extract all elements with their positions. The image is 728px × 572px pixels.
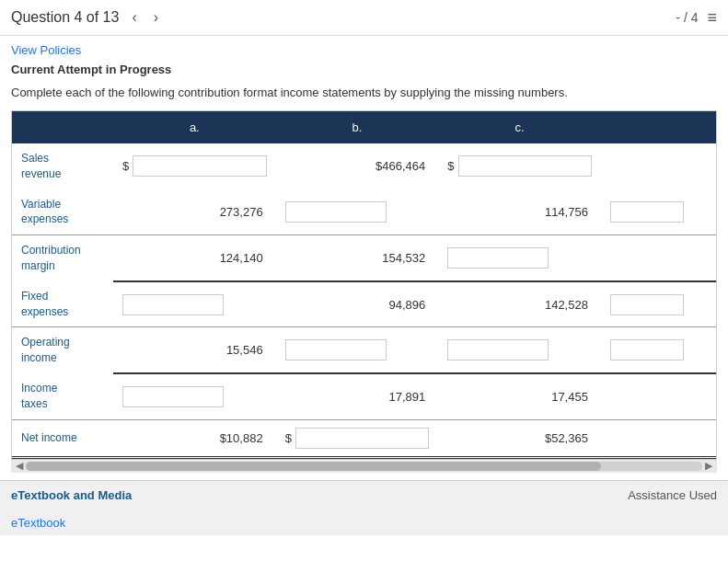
cell-b-fixed: 94,896 xyxy=(276,281,439,327)
cell-a-fixed xyxy=(113,281,276,327)
col-header-label xyxy=(12,111,113,143)
cell-d-variable xyxy=(601,189,716,235)
cell-c-taxes: 17,455 xyxy=(438,373,601,419)
col-header-a: a. xyxy=(113,111,276,143)
cell-d-operating xyxy=(601,327,716,373)
score-label: - / 4 xyxy=(676,10,698,25)
cell-b-operating xyxy=(276,327,439,373)
page-header: Question 4 of 13 ‹ › - / 4 ≡ xyxy=(0,0,728,36)
header-right: - / 4 ≡ xyxy=(676,8,717,28)
cell-a-taxes xyxy=(113,373,276,419)
scroll-left-arrow[interactable]: ◀ xyxy=(13,460,26,472)
cell-d-taxes xyxy=(601,373,716,419)
cell-b-variable xyxy=(276,189,439,235)
col-header-c: c. xyxy=(438,111,601,143)
value-c-variable: 114,756 xyxy=(447,205,592,219)
view-policies-link[interactable]: View Policies xyxy=(11,43,717,57)
cell-d-fixed xyxy=(601,281,716,327)
table-row: Incometaxes 17,891 17,455 xyxy=(12,373,716,419)
input-c-sales[interactable] xyxy=(458,155,592,177)
scroll-right-arrow[interactable]: ▶ xyxy=(702,460,715,472)
cell-d-net xyxy=(601,419,716,457)
input-d-operating[interactable] xyxy=(610,339,684,360)
cell-c-sales: $ xyxy=(438,143,601,189)
value-b-contribution: 154,532 xyxy=(285,251,430,265)
table-wrapper: a. b. c. Salesrevenue $ xyxy=(11,110,717,460)
row-label-taxes: Incometaxes xyxy=(12,373,113,419)
cell-b-contribution: 154,532 xyxy=(276,235,439,281)
input-b-operating[interactable] xyxy=(285,339,387,360)
table-row: Salesrevenue $ $466,464 $ xyxy=(12,143,716,189)
value-a-contribution: 124,140 xyxy=(122,251,267,265)
row-label-fixed: Fixedexpenses xyxy=(12,281,113,327)
income-statement-table: a. b. c. Salesrevenue $ xyxy=(12,111,716,459)
input-a-sales[interactable] xyxy=(133,155,266,177)
cell-b-sales: $466,464 xyxy=(276,143,439,189)
header-left: Question 4 of 13 ‹ › xyxy=(11,7,162,28)
table-row: Variableexpenses 273,276 114,756 xyxy=(12,189,716,235)
next-question-button[interactable]: › xyxy=(150,7,162,28)
row-label-operating: Operatingincome xyxy=(12,327,113,373)
value-b-sales: $466,464 xyxy=(285,159,430,173)
prev-question-button[interactable]: ‹ xyxy=(128,7,140,28)
cell-c-fixed: 142,528 xyxy=(438,281,601,327)
input-c-operating[interactable] xyxy=(447,339,549,360)
cell-a-contribution: 124,140 xyxy=(113,235,276,281)
assistance-used-label: Assistance Used xyxy=(628,488,717,502)
col-header-d xyxy=(601,111,716,143)
list-icon[interactable]: ≡ xyxy=(707,8,717,28)
value-a-operating: 15,546 xyxy=(122,343,267,357)
cell-b-net: $ xyxy=(276,419,439,457)
cell-c-variable: 114,756 xyxy=(438,189,601,235)
input-c-contribution[interactable] xyxy=(447,247,549,269)
table-row: Operatingincome 15,546 xyxy=(12,327,716,373)
value-a-net: $10,882 xyxy=(122,431,267,445)
etextbook-and-media-label: eTextbook and Media xyxy=(11,488,132,502)
input-b-variable[interactable] xyxy=(285,201,387,223)
instructions-text: Complete each of the following contribut… xyxy=(11,86,717,99)
cell-d-contribution xyxy=(601,235,716,281)
input-d-fixed[interactable] xyxy=(610,294,684,315)
body-content: View Policies Current Attempt in Progres… xyxy=(0,36,728,480)
row-label-net: Net income xyxy=(12,419,113,457)
cell-c-contribution xyxy=(438,235,601,281)
value-a-variable: 273,276 xyxy=(122,205,267,219)
input-a-taxes[interactable] xyxy=(122,386,224,407)
cell-b-taxes: 17,891 xyxy=(276,373,439,419)
input-a-fixed[interactable] xyxy=(122,294,224,315)
scrollbar-track[interactable] xyxy=(26,462,702,471)
dollar-prefix-b-net: $ xyxy=(285,428,430,449)
cell-a-operating: 15,546 xyxy=(113,327,276,373)
etextbook-link[interactable]: eTextbook xyxy=(0,509,728,535)
cell-a-net: $10,882 xyxy=(113,419,276,457)
scrollbar[interactable]: ◀ ▶ xyxy=(11,460,717,473)
row-label-sales: Salesrevenue xyxy=(12,143,113,189)
row-label-contribution: Contributionmargin xyxy=(12,235,113,281)
value-b-fixed: 94,896 xyxy=(285,298,430,312)
cell-a-variable: 273,276 xyxy=(113,189,276,235)
value-b-taxes: 17,891 xyxy=(285,390,430,404)
input-b-net[interactable] xyxy=(295,428,429,449)
bottom-bar: eTextbook and Media Assistance Used xyxy=(0,480,728,509)
cell-d-sales xyxy=(601,143,716,189)
table-row: Net income $10,882 $ $52,365 xyxy=(12,419,716,457)
input-d-variable[interactable] xyxy=(610,201,684,223)
cell-a-sales: $ xyxy=(113,143,276,189)
table-row: Contributionmargin 124,140 154,532 xyxy=(12,235,716,281)
dollar-prefix-a-sales: $ xyxy=(122,155,267,177)
dollar-prefix-c-sales: $ xyxy=(447,155,592,177)
value-c-fixed: 142,528 xyxy=(447,298,592,312)
row-label-variable: Variableexpenses xyxy=(12,189,113,235)
cell-c-operating xyxy=(438,327,601,373)
col-header-b: b. xyxy=(276,111,439,143)
scrollbar-thumb[interactable] xyxy=(26,462,601,471)
value-c-taxes: 17,455 xyxy=(447,390,592,404)
table-row: Fixedexpenses 94,896 142,528 xyxy=(12,281,716,327)
value-c-net: $52,365 xyxy=(447,431,592,445)
current-attempt-label: Current Attempt in Progress xyxy=(11,63,717,76)
cell-c-net: $52,365 xyxy=(438,419,601,457)
question-label: Question 4 of 13 xyxy=(11,9,119,26)
